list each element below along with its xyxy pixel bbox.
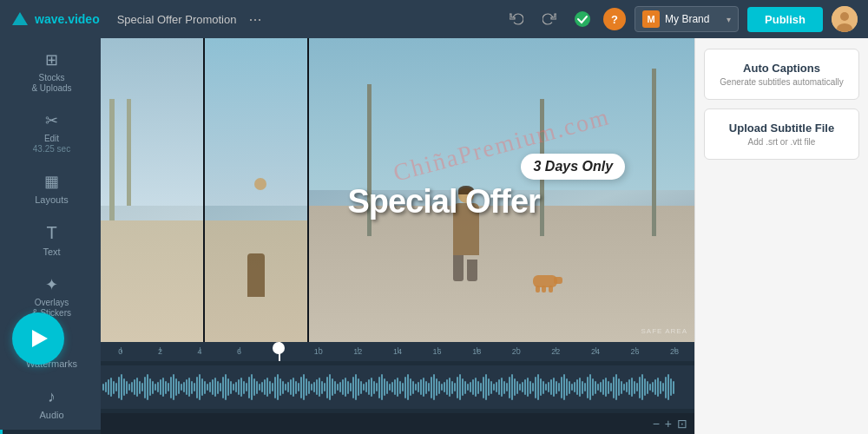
waveform-bar xyxy=(569,381,570,394)
topbar: wave.video Special Offer Promotion ··· ?… xyxy=(0,0,868,38)
waveform-bar xyxy=(227,378,229,396)
waveform-bar xyxy=(615,374,617,400)
waveform-bar xyxy=(141,383,143,391)
sidebar-stocks-label: Stocks& Uploads xyxy=(31,73,71,94)
waveform-bar xyxy=(303,374,305,400)
sidebar-item-edit[interactable]: ✂ Edit43.25 sec xyxy=(0,102,101,163)
sidebar-layouts-label: Layouts xyxy=(35,194,69,206)
audio-icon: ♪ xyxy=(48,388,56,406)
stocks-icon: ⊞ xyxy=(45,50,58,69)
waveform-bar xyxy=(199,374,201,400)
waveform-bar xyxy=(128,384,130,391)
waveform-bar xyxy=(493,384,495,391)
upload-subtitle-button[interactable]: Upload Subtitle File Add .srt or .vtt fi… xyxy=(704,108,859,160)
waveform-bar xyxy=(498,379,500,395)
waveform-bar xyxy=(321,381,323,394)
waveform-bar xyxy=(147,374,148,400)
confirm-button[interactable] xyxy=(570,7,595,31)
waveform-bar xyxy=(384,378,385,396)
waveform-bar xyxy=(529,381,531,394)
waveform-bar xyxy=(503,381,505,394)
project-title: Special Offer Promotion xyxy=(117,13,237,26)
waveform-bar xyxy=(170,377,172,398)
waveform-bar xyxy=(162,378,164,397)
waveform-bar xyxy=(248,377,250,398)
waveform-bar xyxy=(509,377,510,398)
waveform-bar xyxy=(582,381,583,394)
waveform-bar xyxy=(641,374,643,400)
waveform-bar xyxy=(298,383,299,391)
timeline-area: 0246810121416182022242628 − + ⊡ xyxy=(101,342,694,434)
waveform-bar xyxy=(115,383,117,391)
waveform-bar xyxy=(256,381,258,394)
waveform-bar xyxy=(506,383,508,391)
waveform-bar xyxy=(334,381,336,394)
more-options-button[interactable]: ··· xyxy=(248,10,261,29)
waveform-bar xyxy=(524,379,526,395)
waveform-bar xyxy=(319,378,320,397)
waveform-bar xyxy=(282,381,284,394)
waveform-bar xyxy=(649,384,651,391)
sidebar-item-layouts[interactable]: ▦ Layouts xyxy=(0,163,101,214)
waveform-bar xyxy=(259,384,260,391)
zoom-fit-button[interactable]: ⊡ xyxy=(677,417,687,431)
brand-name: My Brand xyxy=(665,13,721,25)
text-icon: T xyxy=(46,223,56,243)
sidebar-item-stocks[interactable]: ⊞ Stocks& Uploads xyxy=(0,42,101,102)
avatar[interactable] xyxy=(832,6,858,32)
panel-spacer xyxy=(704,168,859,424)
waveform-bar xyxy=(121,374,122,400)
waveform-bar xyxy=(108,379,109,395)
waveform-bar xyxy=(444,382,445,392)
waveform-bar xyxy=(511,374,513,400)
video-area: Special Offer 3 Days Only SAFE AREA Chiñ… xyxy=(101,38,694,342)
playhead-marker[interactable] xyxy=(273,342,285,354)
waveform-bar xyxy=(391,382,393,392)
auto-captions-title: Auto Captions xyxy=(713,62,850,75)
waveform-bar xyxy=(418,382,419,392)
redo-button[interactable] xyxy=(537,7,562,31)
waveform-bar xyxy=(639,377,641,398)
waveform-bar xyxy=(134,379,135,395)
waveform-bar xyxy=(537,374,539,400)
svg-point-3 xyxy=(840,12,849,21)
waveform-bar xyxy=(457,377,458,398)
waveform-bar xyxy=(168,383,169,391)
ruler-mark-28: 28 xyxy=(654,347,694,356)
brand-selector[interactable]: M My Brand ▾ xyxy=(635,6,739,32)
waveform-bar xyxy=(233,384,234,391)
sidebar-item-audio[interactable]: ♪ Audio xyxy=(0,379,101,430)
zoom-out-button[interactable]: − xyxy=(653,417,660,431)
waveform-bar xyxy=(654,379,656,395)
undo-button[interactable] xyxy=(504,7,529,31)
sidebar-item-text[interactable]: T Text xyxy=(0,214,101,266)
waveform-bar xyxy=(576,379,578,395)
waveform-bar xyxy=(376,383,378,391)
zoom-in-button[interactable]: + xyxy=(665,417,672,431)
timeline-controls: − + ⊡ xyxy=(101,413,694,434)
auto-captions-button[interactable]: Auto Captions Generate subtitles automat… xyxy=(704,49,859,100)
waveform-bar xyxy=(269,381,271,394)
waveform-bar xyxy=(139,381,141,394)
sidebar-item-captions[interactable]: ▤ Captions xyxy=(0,430,101,434)
waveform-bar xyxy=(222,377,224,398)
publish-button[interactable]: Publish xyxy=(747,7,823,32)
waveform-bar xyxy=(204,381,206,394)
waveform-bar xyxy=(131,382,133,392)
waveform-bar xyxy=(246,383,247,391)
help-button[interactable]: ? xyxy=(603,8,626,30)
sidebar-edit-label: Edit43.25 sec xyxy=(33,134,70,155)
waveform-bar xyxy=(634,381,635,394)
waveform-bar xyxy=(652,382,654,392)
waveform-bar xyxy=(446,379,448,395)
sidebar-text-label: Text xyxy=(43,247,60,258)
waveform-bar xyxy=(462,378,464,396)
waveform-bar xyxy=(561,377,562,398)
waveform-bar xyxy=(397,378,398,397)
waveform-bar xyxy=(485,374,487,400)
ruler-mark-20: 20 xyxy=(496,347,536,356)
waveform-bar xyxy=(592,378,594,396)
ruler-mark-2: 2 xyxy=(141,347,181,356)
sidebar-audio-label: Audio xyxy=(39,410,63,421)
waveform-bar xyxy=(483,377,484,398)
